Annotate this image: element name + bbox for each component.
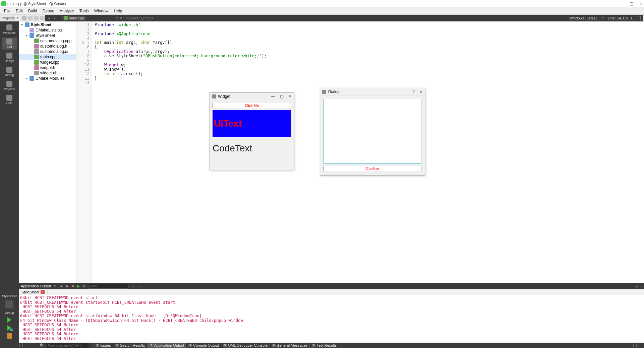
window-maximize-icon[interactable]: ▢ [630, 1, 633, 6]
tree-root[interactable]: ▾ StyleSheet [19, 22, 76, 27]
locator-input[interactable] [46, 343, 89, 348]
window-close-icon[interactable]: ✕ [639, 1, 643, 6]
tree-item[interactable]: customdialog.cpp [19, 38, 76, 44]
nav-forward-icon[interactable]: ► [53, 16, 57, 20]
show-right-sidebar-icon[interactable] [633, 344, 637, 347]
tree-item[interactable]: ▾StyleSheet [19, 33, 76, 38]
status-btn-test-results[interactable]: 8Test Results [309, 343, 339, 348]
tree-item[interactable]: customdialog.ui [19, 49, 76, 54]
output-close-icon[interactable]: ▫ [641, 284, 642, 288]
menu-file[interactable]: File [2, 8, 12, 14]
menu-edit[interactable]: Edit [14, 8, 25, 14]
open-file-tab[interactable]: main.cpp [62, 16, 86, 20]
window-maximize-icon[interactable]: ▢ [280, 94, 284, 99]
file-icon [34, 44, 39, 49]
encoding-label[interactable]: Windows (CRLF) [569, 16, 597, 20]
expand-icon[interactable]: ▸ [25, 77, 28, 80]
project-tree[interactable]: ▾ StyleSheet CMakeLists.txt▾StyleSheetcu… [19, 21, 76, 283]
kit-selector-icon[interactable] [5, 300, 13, 308]
window-minimize-icon[interactable]: — [271, 94, 275, 99]
mode-design[interactable]: Design [2, 52, 17, 64]
file-icon [30, 33, 34, 38]
output-settings-icon[interactable]: ⚙ [82, 284, 85, 288]
expand-icon[interactable]: ▾ [20, 23, 23, 26]
run-button-icon[interactable] [7, 317, 11, 323]
app-window-widget: Widget — ▢ ✕ Click Me UiText CodeText [210, 92, 294, 170]
status-btn-application-output[interactable]: 3Application Output [147, 343, 186, 348]
output-filter-input[interactable] [88, 284, 128, 289]
tree-item[interactable]: main.cpp [19, 54, 76, 60]
output-next-icon[interactable]: ► [66, 284, 69, 288]
dialog-titlebar[interactable]: Dialog ? ✕ [320, 88, 425, 95]
widget-title: Widget [218, 94, 230, 99]
status-btn-compile-output[interactable]: 4Compile Output [186, 343, 221, 348]
show-left-sidebar-icon[interactable] [19, 344, 23, 347]
file-icon [34, 49, 39, 54]
output-body[interactable]: 64bit HCBT_CREATEWND event start64bit HC… [19, 295, 644, 343]
file-icon [30, 28, 34, 32]
output-expand-icon[interactable]: ▴ [636, 284, 638, 288]
menu-analyze[interactable]: Analyze [58, 8, 76, 14]
mode-welcome[interactable]: Welcome [2, 23, 17, 36]
output-remove-icon[interactable]: － [137, 284, 141, 289]
mode-projects[interactable]: Projects [2, 80, 17, 92]
window-icon [212, 94, 216, 98]
tree-item[interactable]: widget.ui [19, 70, 76, 76]
help-icon[interactable]: ? [412, 89, 415, 94]
status-btn-issues[interactable]: 1Issues [93, 343, 113, 348]
menu-bar: FileEditBuildDebugAnalyzeToolsWindowHelp [0, 7, 644, 15]
menu-build[interactable]: Build [26, 8, 39, 14]
menu-tools[interactable]: Tools [77, 8, 91, 14]
window-minimize-icon[interactable]: — [620, 1, 624, 6]
file-chevron-down-icon[interactable]: ▾ [116, 16, 118, 20]
nav-back-icon[interactable]: ◄ [47, 16, 51, 20]
tree-item[interactable]: CMakeLists.txt [19, 27, 76, 33]
close-file-icon[interactable]: ✕ [120, 16, 123, 20]
tree-item[interactable]: customdialog.h [19, 44, 76, 49]
menu-debug[interactable]: Debug [41, 8, 56, 14]
confirm-button[interactable]: Confirm [324, 166, 421, 171]
output-rerun-icon[interactable]: ▶ [77, 284, 79, 288]
toggle-output-icon[interactable] [639, 344, 642, 347]
close-icon[interactable]: ✕ [41, 290, 45, 294]
window-titlebar: main.cpp @ StyleSheet - Qt Creator — ▢ ✕ [0, 0, 644, 7]
output-prev-icon[interactable]: ◄ [59, 284, 63, 288]
output-add-icon[interactable]: ＋ [131, 284, 135, 289]
window-close-icon[interactable]: ✕ [419, 89, 423, 94]
dialog-textarea[interactable] [324, 99, 421, 164]
output-tab-label: StyleSheet [21, 290, 39, 294]
click-me-button[interactable]: Click Me [213, 103, 291, 108]
tree-item[interactable]: widget.cpp [19, 60, 76, 65]
window-close-icon[interactable]: ✕ [288, 94, 292, 99]
mode-help[interactable]: Help [2, 94, 17, 106]
window-title: main.cpp @ StyleSheet - Qt Creator [7, 2, 66, 6]
run-debug-button-icon[interactable] [7, 325, 11, 331]
tree-item[interactable]: ▸CMake Modules [19, 76, 76, 81]
tree-item-label: customdialog.cpp [40, 39, 71, 43]
output-stop-icon[interactable]: ■ [72, 284, 74, 288]
mode-edit[interactable]: Edit [2, 38, 17, 50]
link-icon[interactable] [28, 16, 33, 20]
cursor-position-label: Line: 14, Col: 1 [608, 16, 633, 20]
tree-item[interactable]: widget.h [19, 65, 76, 70]
projects-selector[interactable]: Projects ▾ [1, 16, 18, 20]
menu-window[interactable]: Window [92, 8, 111, 14]
encoding-chevron-icon: ▾ [602, 16, 604, 20]
status-btn-search-results[interactable]: 2Search Results [113, 343, 147, 348]
build-button-icon[interactable] [7, 333, 12, 339]
close-pane-icon[interactable] [40, 16, 45, 20]
output-pin-icon[interactable]: ⇱ [54, 284, 57, 288]
mode-debug[interactable]: Debug [2, 66, 17, 78]
split-icon[interactable] [34, 16, 39, 20]
menu-help[interactable]: Help [112, 8, 124, 14]
expand-icon[interactable]: ▾ [25, 34, 28, 37]
symbol-selector[interactable]: <Select Symbol> [126, 16, 154, 20]
file-icon [34, 55, 39, 59]
split-editor-icon[interactable] [637, 16, 641, 20]
output-tab-stylesheet[interactable]: StyleSheet ✕ [19, 289, 48, 295]
status-more-icon[interactable]: ⋮ [340, 343, 344, 348]
status-btn-general-messages[interactable]: 6General Messages [270, 343, 309, 348]
status-btn-qml-debugger-console[interactable]: 5QML Debugger Console [221, 343, 270, 348]
widget-titlebar[interactable]: Widget — ▢ ✕ [210, 93, 294, 100]
filter-icon[interactable] [22, 16, 26, 20]
